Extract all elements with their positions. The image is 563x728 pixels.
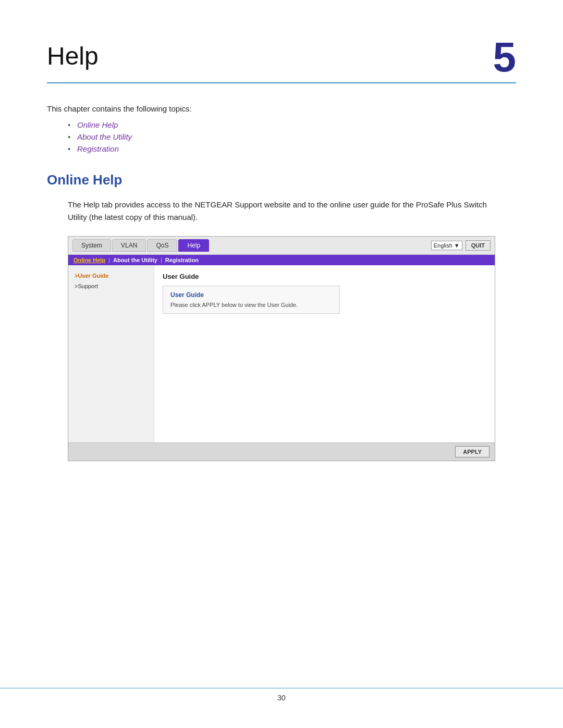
- page-footer: 30: [0, 688, 563, 702]
- tab-help[interactable]: Help: [178, 239, 209, 252]
- mockup-topbar: System VLAN QoS Help English ▼ QUIT: [68, 237, 495, 255]
- language-select[interactable]: English ▼: [431, 241, 462, 250]
- list-item: Online Help: [68, 120, 516, 129]
- mockup-inner-box-text: Please click APPLY below to view the Use…: [170, 302, 332, 308]
- list-item: Registration: [68, 144, 516, 153]
- mockup-subnav: Online Help | About the Utility | Regist…: [68, 255, 495, 265]
- section-heading-online-help: Online Help: [47, 172, 516, 188]
- ui-mockup: System VLAN QoS Help English ▼ QUIT Onli…: [68, 236, 495, 461]
- mockup-main-title: User Guide: [163, 273, 486, 280]
- mockup-topbar-right: English ▼ QUIT: [431, 240, 491, 251]
- subnav-sep-2: |: [161, 257, 162, 263]
- mockup-tabs: System VLAN QoS Help: [72, 239, 209, 252]
- sidebar-item-user-guide[interactable]: >User Guide: [68, 270, 154, 281]
- tab-system[interactable]: System: [72, 239, 111, 252]
- mockup-inner-box-title: User Guide: [170, 291, 332, 299]
- intro-text: This chapter contains the following topi…: [47, 104, 516, 113]
- subnav-sep-1: |: [108, 257, 110, 263]
- page-number: 30: [277, 694, 286, 702]
- section-body-text: The Help tab provides access to the NETG…: [68, 199, 495, 224]
- subnav-registration[interactable]: Registration: [165, 257, 199, 263]
- subnav-about-utility[interactable]: About the Utility: [113, 257, 157, 263]
- subnav-online-help[interactable]: Online Help: [74, 257, 105, 263]
- mockup-bottombar: APPLY: [68, 442, 495, 461]
- apply-button[interactable]: APPLY: [455, 446, 489, 458]
- tab-qos[interactable]: QoS: [147, 239, 177, 252]
- language-label: English: [434, 242, 452, 249]
- quit-button[interactable]: QUIT: [466, 240, 491, 251]
- about-utility-link[interactable]: About the Utility: [77, 132, 132, 141]
- topic-list: Online Help About the Utility Registrati…: [68, 120, 516, 153]
- mockup-main: User Guide User Guide Please click APPLY…: [154, 265, 495, 442]
- chapter-number: 5: [493, 36, 517, 78]
- list-item: About the Utility: [68, 132, 516, 141]
- online-help-link[interactable]: Online Help: [77, 120, 118, 129]
- mockup-sidebar: >User Guide >Support: [68, 265, 154, 442]
- registration-link[interactable]: Registration: [77, 144, 119, 153]
- chevron-down-icon: ▼: [454, 242, 460, 249]
- sidebar-item-support[interactable]: >Support: [68, 281, 154, 291]
- tab-vlan[interactable]: VLAN: [112, 239, 146, 252]
- chapter-title: Help: [47, 42, 99, 70]
- chapter-header: Help 5: [47, 42, 516, 83]
- mockup-inner-box: User Guide Please click APPLY below to v…: [163, 286, 340, 314]
- mockup-content: >User Guide >Support User Guide User Gui…: [68, 265, 495, 442]
